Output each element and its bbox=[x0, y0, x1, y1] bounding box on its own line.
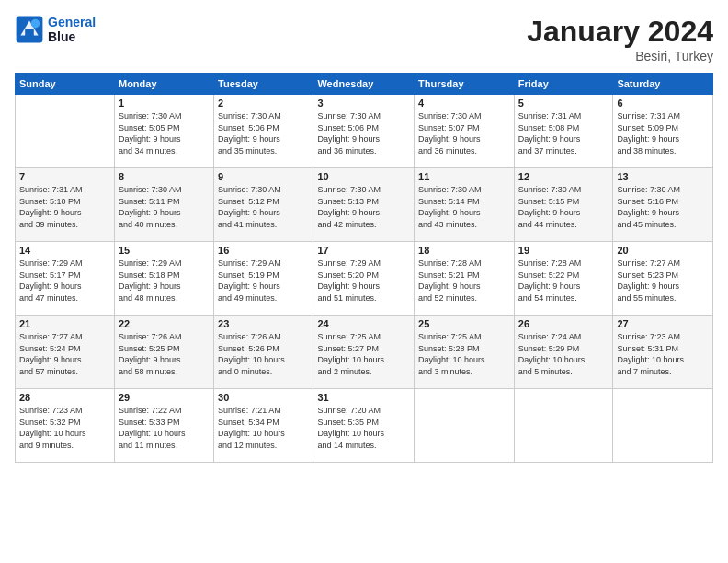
day-number: 17 bbox=[317, 245, 410, 256]
day-number: 18 bbox=[418, 245, 510, 256]
day-info: Sunrise: 7:23 AM Sunset: 5:32 PM Dayligh… bbox=[19, 405, 110, 451]
col-thursday: Thursday bbox=[415, 74, 515, 95]
day-info: Sunrise: 7:29 AM Sunset: 5:17 PM Dayligh… bbox=[19, 258, 110, 304]
calendar-cell: 18Sunrise: 7:28 AM Sunset: 5:21 PM Dayli… bbox=[415, 242, 515, 316]
day-info: Sunrise: 7:30 AM Sunset: 5:15 PM Dayligh… bbox=[518, 184, 609, 230]
col-monday: Monday bbox=[114, 74, 213, 95]
calendar-cell: 4Sunrise: 7:30 AM Sunset: 5:07 PM Daylig… bbox=[415, 95, 515, 168]
day-number: 23 bbox=[218, 318, 309, 329]
day-info: Sunrise: 7:25 AM Sunset: 5:27 PM Dayligh… bbox=[317, 331, 410, 377]
calendar-cell bbox=[415, 389, 515, 463]
logo-line2: Blue bbox=[48, 29, 75, 44]
calendar-cell: 19Sunrise: 7:28 AM Sunset: 5:22 PM Dayli… bbox=[514, 242, 613, 316]
calendar-cell: 21Sunrise: 7:27 AM Sunset: 5:24 PM Dayli… bbox=[16, 316, 115, 389]
calendar-cell: 9Sunrise: 7:30 AM Sunset: 5:12 PM Daylig… bbox=[214, 168, 313, 242]
day-number: 19 bbox=[518, 245, 609, 256]
calendar-cell: 14Sunrise: 7:29 AM Sunset: 5:17 PM Dayli… bbox=[16, 242, 115, 316]
day-info: Sunrise: 7:22 AM Sunset: 5:33 PM Dayligh… bbox=[119, 405, 210, 451]
calendar-cell: 1Sunrise: 7:30 AM Sunset: 5:05 PM Daylig… bbox=[114, 95, 213, 168]
calendar-cell: 5Sunrise: 7:31 AM Sunset: 5:08 PM Daylig… bbox=[514, 95, 613, 168]
day-number: 2 bbox=[218, 98, 309, 109]
day-info: Sunrise: 7:21 AM Sunset: 5:34 PM Dayligh… bbox=[218, 405, 309, 451]
calendar-cell bbox=[613, 389, 713, 463]
calendar-page: General Blue January 2024 Besiri, Turkey… bbox=[0, 0, 728, 563]
day-number: 1 bbox=[119, 98, 210, 109]
calendar-cell: 17Sunrise: 7:29 AM Sunset: 5:20 PM Dayli… bbox=[313, 242, 415, 316]
day-number: 7 bbox=[19, 171, 110, 182]
location-subtitle: Besiri, Turkey bbox=[527, 49, 713, 63]
day-number: 4 bbox=[418, 98, 510, 109]
day-info: Sunrise: 7:30 AM Sunset: 5:05 PM Dayligh… bbox=[119, 110, 210, 156]
logo-icon bbox=[15, 15, 44, 44]
week-row-3: 14Sunrise: 7:29 AM Sunset: 5:17 PM Dayli… bbox=[16, 242, 713, 316]
day-number: 29 bbox=[119, 392, 210, 403]
day-number: 30 bbox=[218, 392, 309, 403]
svg-point-3 bbox=[31, 19, 40, 29]
day-number: 13 bbox=[617, 171, 709, 182]
day-info: Sunrise: 7:29 AM Sunset: 5:20 PM Dayligh… bbox=[317, 258, 410, 304]
day-info: Sunrise: 7:31 AM Sunset: 5:08 PM Dayligh… bbox=[518, 110, 609, 156]
calendar-cell: 12Sunrise: 7:30 AM Sunset: 5:15 PM Dayli… bbox=[514, 168, 613, 242]
day-info: Sunrise: 7:27 AM Sunset: 5:23 PM Dayligh… bbox=[617, 258, 709, 304]
logo-text: General Blue bbox=[48, 15, 96, 44]
calendar-cell: 28Sunrise: 7:23 AM Sunset: 5:32 PM Dayli… bbox=[16, 389, 115, 463]
day-number: 28 bbox=[19, 392, 110, 403]
logo-line1: General bbox=[48, 15, 96, 29]
day-info: Sunrise: 7:30 AM Sunset: 5:06 PM Dayligh… bbox=[317, 110, 410, 156]
day-info: Sunrise: 7:28 AM Sunset: 5:21 PM Dayligh… bbox=[418, 258, 510, 304]
day-info: Sunrise: 7:26 AM Sunset: 5:26 PM Dayligh… bbox=[218, 331, 309, 377]
calendar-cell: 29Sunrise: 7:22 AM Sunset: 5:33 PM Dayli… bbox=[114, 389, 213, 463]
col-saturday: Saturday bbox=[613, 74, 713, 95]
day-info: Sunrise: 7:30 AM Sunset: 5:14 PM Dayligh… bbox=[418, 184, 510, 230]
logo: General Blue bbox=[15, 15, 96, 44]
day-number: 26 bbox=[518, 318, 609, 329]
calendar-cell: 2Sunrise: 7:30 AM Sunset: 5:06 PM Daylig… bbox=[214, 95, 313, 168]
day-number: 22 bbox=[119, 318, 210, 329]
calendar-cell: 30Sunrise: 7:21 AM Sunset: 5:34 PM Dayli… bbox=[214, 389, 313, 463]
day-number: 5 bbox=[518, 98, 609, 109]
calendar-cell: 22Sunrise: 7:26 AM Sunset: 5:25 PM Dayli… bbox=[114, 316, 213, 389]
day-number: 14 bbox=[19, 245, 110, 256]
day-info: Sunrise: 7:27 AM Sunset: 5:24 PM Dayligh… bbox=[19, 331, 110, 377]
calendar-cell: 20Sunrise: 7:27 AM Sunset: 5:23 PM Dayli… bbox=[613, 242, 713, 316]
week-row-2: 7Sunrise: 7:31 AM Sunset: 5:10 PM Daylig… bbox=[16, 168, 713, 242]
col-friday: Friday bbox=[514, 74, 613, 95]
day-info: Sunrise: 7:30 AM Sunset: 5:06 PM Dayligh… bbox=[218, 110, 309, 156]
day-info: Sunrise: 7:23 AM Sunset: 5:31 PM Dayligh… bbox=[617, 331, 709, 377]
calendar-cell: 27Sunrise: 7:23 AM Sunset: 5:31 PM Dayli… bbox=[613, 316, 713, 389]
calendar-cell: 11Sunrise: 7:30 AM Sunset: 5:14 PM Dayli… bbox=[415, 168, 515, 242]
day-number: 24 bbox=[317, 318, 410, 329]
day-number: 25 bbox=[418, 318, 510, 329]
day-info: Sunrise: 7:29 AM Sunset: 5:18 PM Dayligh… bbox=[119, 258, 210, 304]
day-info: Sunrise: 7:29 AM Sunset: 5:19 PM Dayligh… bbox=[218, 258, 309, 304]
week-row-4: 21Sunrise: 7:27 AM Sunset: 5:24 PM Dayli… bbox=[16, 316, 713, 389]
day-number: 11 bbox=[418, 171, 510, 182]
day-info: Sunrise: 7:26 AM Sunset: 5:25 PM Dayligh… bbox=[119, 331, 210, 377]
day-info: Sunrise: 7:30 AM Sunset: 5:16 PM Dayligh… bbox=[617, 184, 709, 230]
title-block: January 2024 Besiri, Turkey bbox=[527, 15, 713, 63]
calendar-cell: 7Sunrise: 7:31 AM Sunset: 5:10 PM Daylig… bbox=[16, 168, 115, 242]
day-number: 9 bbox=[218, 171, 309, 182]
day-number: 31 bbox=[317, 392, 410, 403]
calendar-cell: 31Sunrise: 7:20 AM Sunset: 5:35 PM Dayli… bbox=[313, 389, 415, 463]
calendar-cell: 23Sunrise: 7:26 AM Sunset: 5:26 PM Dayli… bbox=[214, 316, 313, 389]
day-info: Sunrise: 7:30 AM Sunset: 5:13 PM Dayligh… bbox=[317, 184, 410, 230]
svg-rect-2 bbox=[25, 29, 34, 39]
calendar-cell: 25Sunrise: 7:25 AM Sunset: 5:28 PM Dayli… bbox=[415, 316, 515, 389]
day-info: Sunrise: 7:30 AM Sunset: 5:12 PM Dayligh… bbox=[218, 184, 309, 230]
week-row-1: 1Sunrise: 7:30 AM Sunset: 5:05 PM Daylig… bbox=[16, 95, 713, 168]
day-info: Sunrise: 7:31 AM Sunset: 5:09 PM Dayligh… bbox=[617, 110, 709, 156]
col-wednesday: Wednesday bbox=[313, 74, 415, 95]
day-info: Sunrise: 7:31 AM Sunset: 5:10 PM Dayligh… bbox=[19, 184, 110, 230]
day-number: 10 bbox=[317, 171, 410, 182]
day-info: Sunrise: 7:28 AM Sunset: 5:22 PM Dayligh… bbox=[518, 258, 609, 304]
day-info: Sunrise: 7:25 AM Sunset: 5:28 PM Dayligh… bbox=[418, 331, 510, 377]
day-number: 16 bbox=[218, 245, 309, 256]
day-info: Sunrise: 7:30 AM Sunset: 5:07 PM Dayligh… bbox=[418, 110, 510, 156]
day-number: 12 bbox=[518, 171, 609, 182]
calendar-cell: 15Sunrise: 7:29 AM Sunset: 5:18 PM Dayli… bbox=[114, 242, 213, 316]
calendar-cell: 24Sunrise: 7:25 AM Sunset: 5:27 PM Dayli… bbox=[313, 316, 415, 389]
col-sunday: Sunday bbox=[16, 74, 115, 95]
calendar-cell bbox=[16, 95, 115, 168]
day-info: Sunrise: 7:24 AM Sunset: 5:29 PM Dayligh… bbox=[518, 331, 609, 377]
